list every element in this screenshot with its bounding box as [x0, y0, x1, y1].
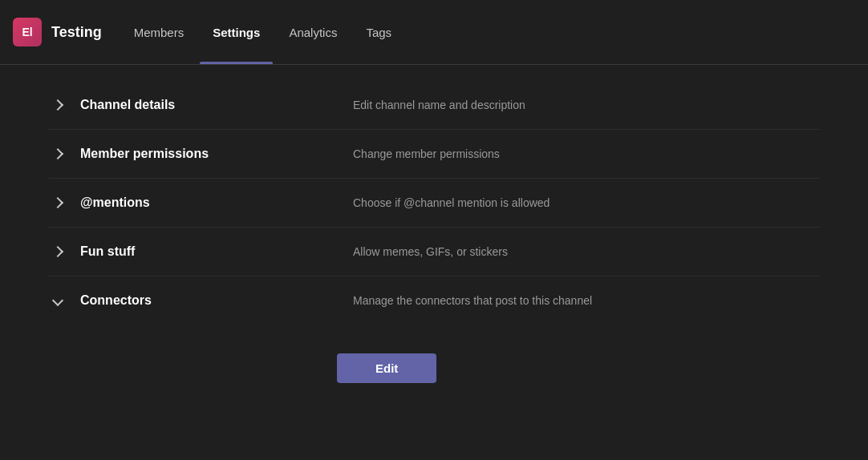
- mentions-description: Choose if @channel mention is allowed: [353, 196, 820, 209]
- chevron-down-icon: [48, 291, 67, 310]
- fun-stuff-description: Allow memes, GIFs, or stickers: [353, 245, 820, 258]
- chevron-right-icon-4: [48, 242, 67, 261]
- settings-content: Channel details Edit channel name and de…: [0, 65, 868, 341]
- fun-stuff-label: Fun stuff: [80, 244, 257, 259]
- chevron-right-icon-2: [48, 144, 67, 163]
- settings-row-member-permissions[interactable]: Member permissions Change member permiss…: [48, 130, 820, 179]
- chevron-right-icon-3: [48, 193, 67, 212]
- mentions-label: @mentions: [80, 196, 257, 210]
- connectors-label: Connectors: [80, 293, 257, 308]
- tab-members[interactable]: Members: [121, 0, 197, 64]
- tab-analytics[interactable]: Analytics: [276, 0, 350, 64]
- settings-row-connectors[interactable]: Connectors Manage the connectors that po…: [48, 276, 820, 325]
- settings-row-mentions[interactable]: @mentions Choose if @channel mention is …: [48, 179, 820, 228]
- app-icon: El: [13, 18, 42, 46]
- channel-details-label: Channel details: [80, 98, 257, 112]
- connectors-description: Manage the connectors that post to this …: [353, 294, 820, 307]
- app-icon-text: El: [22, 26, 32, 38]
- tab-tags[interactable]: Tags: [353, 0, 404, 64]
- nav-tabs: Members Settings Analytics Tags: [121, 0, 404, 64]
- member-permissions-description: Change member permissions: [353, 147, 820, 160]
- settings-row-channel-details[interactable]: Channel details Edit channel name and de…: [48, 81, 820, 130]
- channel-details-description: Edit channel name and description: [353, 99, 820, 111]
- settings-row-fun-stuff[interactable]: Fun stuff Allow memes, GIFs, or stickers: [48, 228, 820, 276]
- header: El Testing Members Settings Analytics Ta…: [0, 0, 868, 65]
- member-permissions-label: Member permissions: [80, 147, 257, 161]
- edit-button-container: Edit: [289, 341, 868, 396]
- app-title: Testing: [51, 24, 102, 41]
- chevron-right-icon: [48, 95, 67, 115]
- tab-settings[interactable]: Settings: [200, 0, 273, 64]
- edit-button[interactable]: Edit: [337, 353, 436, 383]
